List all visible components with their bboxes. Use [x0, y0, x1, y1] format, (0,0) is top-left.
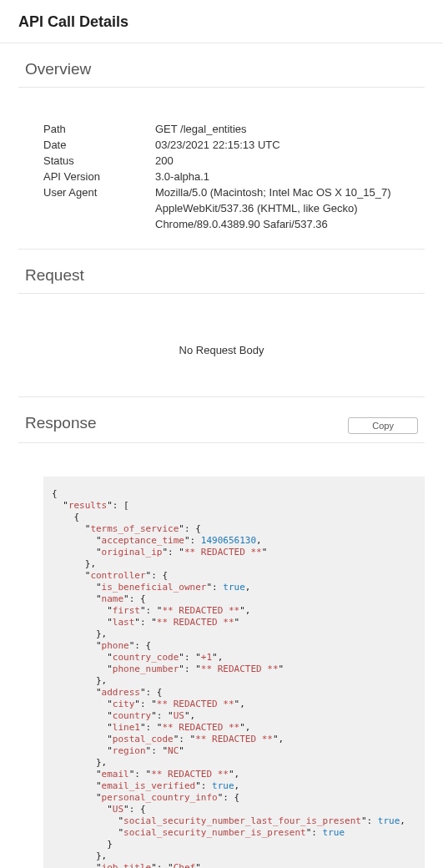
overview-value: GET /legal_entities	[155, 121, 425, 137]
overview-table: PathGET /legal_entitiesDate03/23/2021 22…	[18, 88, 425, 250]
copy-button[interactable]: Copy	[348, 417, 418, 434]
overview-heading: Overview	[18, 53, 425, 87]
request-empty-text: No Request Body	[18, 294, 425, 397]
overview-row: Status200	[43, 153, 425, 169]
overview-row: PathGET /legal_entities	[43, 121, 425, 137]
overview-key: Date	[43, 137, 155, 153]
overview-value: 3.0-alpha.1	[155, 169, 425, 184]
overview-key: API Version	[43, 169, 155, 184]
overview-key: Path	[43, 121, 155, 137]
overview-key: User Agent	[43, 184, 155, 232]
page-title: API Call Details	[0, 0, 443, 43]
request-section: Request No Request Body	[0, 250, 443, 397]
overview-value: 03/23/2021 22:15:13 UTC	[155, 137, 425, 153]
response-section: Response Copy { "results": [ { "terms_of…	[0, 397, 443, 868]
overview-key: Status	[43, 153, 155, 169]
overview-row: Date03/23/2021 22:15:13 UTC	[43, 137, 425, 153]
overview-value: 200	[155, 153, 425, 169]
response-body: { "results": [ { "terms_of_service": { "…	[18, 443, 425, 868]
overview-row: API Version3.0-alpha.1	[43, 169, 425, 184]
overview-row: User AgentMozilla/5.0 (Macintosh; Intel …	[43, 184, 425, 232]
response-heading: Response	[18, 407, 97, 441]
overview-section: Overview PathGET /legal_entitiesDate03/2…	[0, 43, 443, 250]
overview-value: Mozilla/5.0 (Macintosh; Intel Mac OS X 1…	[155, 184, 425, 232]
response-json: { "results": [ { "terms_of_service": { "…	[43, 477, 425, 868]
request-heading: Request	[18, 260, 425, 293]
